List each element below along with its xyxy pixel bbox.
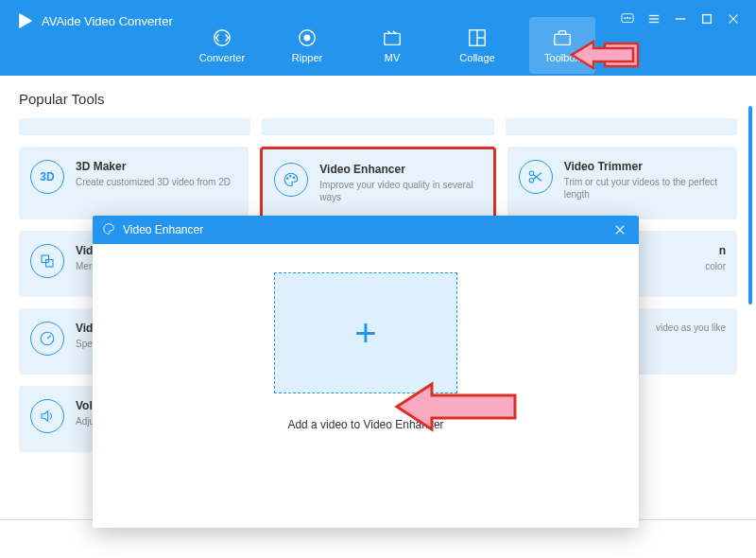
card-title: 3D Maker [76,160,237,173]
logo-icon [15,11,34,30]
merge-icon [30,244,64,278]
scrollbar[interactable] [748,106,752,305]
svg-point-14 [304,35,310,41]
maximize-icon[interactable] [699,11,714,26]
card-title: Video Trimmer [564,160,726,173]
close-icon[interactable] [726,11,741,26]
svg-point-23 [529,171,534,176]
window-controls [605,0,756,38]
tool-card-video-trimmer[interactable]: Video Trimmer Trim or cut your videos to… [507,147,737,219]
svg-rect-9 [703,15,712,24]
dialog-caption: Add a video to Video Enhancer [287,418,443,431]
svg-point-20 [287,178,289,180]
main-tabs: Converter Ripper MV Collage Toolbox [189,17,595,74]
card-title: Video Enhancer [319,163,481,176]
tool-card-3d-maker[interactable]: 3D 3D Maker Create customized 3D video f… [19,147,249,219]
menu-icon[interactable] [646,11,662,26]
svg-point-4 [629,17,630,18]
add-video-dropzone[interactable]: + [274,272,457,393]
scissors-icon [519,160,553,194]
logo-area: AVAide Video Converter [0,0,188,42]
dialog-header: Video Enhancer [93,216,639,244]
tab-label: Toolbox [544,52,580,63]
placeholder-bar [19,118,250,135]
minimize-icon[interactable] [673,11,688,26]
svg-point-22 [294,177,296,179]
dialog-body: + Add a video to Video Enhancer [93,244,639,431]
card-desc: Improve your video quality in several wa… [319,179,481,203]
tab-label: Ripper [292,52,322,63]
placeholder-bar [262,118,493,135]
svg-point-2 [625,17,626,18]
tab-mv[interactable]: MV [359,17,425,74]
close-icon[interactable] [610,220,629,239]
palette-icon [274,163,308,197]
tab-collage[interactable]: Collage [444,17,510,74]
svg-rect-15 [385,33,401,44]
plus-icon: + [354,312,376,355]
tab-label: Converter [199,52,245,63]
svg-marker-0 [20,14,31,26]
svg-line-30 [47,336,51,339]
video-enhancer-dialog: Video Enhancer + Add a video to Video En… [93,216,639,528]
tab-ripper[interactable]: Ripper [274,17,340,74]
card-desc: Trim or cut your videos to the perfect l… [564,176,726,201]
feedback-icon[interactable] [620,11,635,26]
placeholder-row [19,118,737,135]
tab-label: MV [385,52,401,63]
placeholder-bar [506,118,737,135]
svg-rect-27 [42,255,49,263]
volume-icon [30,399,64,433]
tool-card-video-enhancer[interactable]: Video Enhancer Improve your video qualit… [260,147,495,219]
svg-rect-19 [555,34,571,44]
svg-point-24 [529,179,534,183]
speed-icon [30,322,64,356]
section-title: Popular Tools [19,91,737,107]
svg-point-3 [627,17,627,18]
card-desc: Create customized 3D video from 2D [76,176,237,188]
tab-converter[interactable]: Converter [189,17,255,74]
tab-label: Collage [459,52,494,63]
dialog-title: Video Enhancer [123,223,203,236]
tab-toolbox[interactable]: Toolbox [529,17,595,74]
3d-icon: 3D [30,160,64,194]
svg-rect-28 [46,260,54,268]
app-title: AVAide Video Converter [42,14,173,28]
svg-point-21 [290,176,292,178]
palette-icon [102,222,115,238]
